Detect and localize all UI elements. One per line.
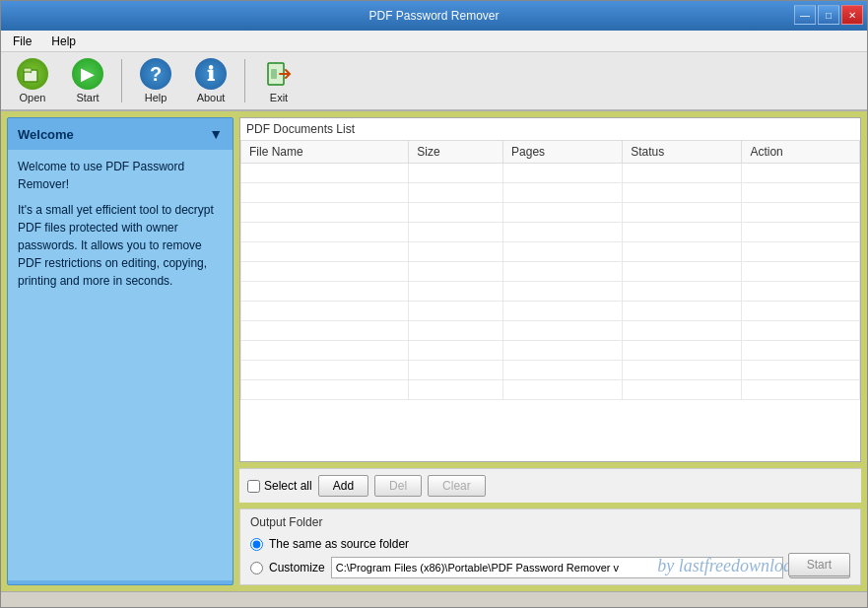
- table-row: [241, 361, 860, 380]
- welcome-collapse-button[interactable]: ▼: [209, 126, 223, 142]
- status-bar: [1, 591, 867, 608]
- table-row: [241, 380, 860, 400]
- table-row: [241, 164, 860, 183]
- output-section: Output Folder The same as source folder …: [239, 508, 861, 585]
- same-folder-radio[interactable]: [250, 538, 263, 551]
- same-folder-row: The same as source folder: [250, 537, 850, 551]
- menu-help[interactable]: Help: [43, 33, 84, 50]
- list-controls: Select all Add Del Clear: [239, 468, 861, 503]
- right-panel: PDF Documents List File Name Size Pages …: [239, 117, 861, 585]
- maximize-button[interactable]: □: [818, 5, 839, 25]
- minimize-button[interactable]: —: [794, 5, 816, 25]
- del-button[interactable]: Del: [374, 475, 422, 497]
- table-row: [241, 203, 860, 223]
- clear-button[interactable]: Clear: [428, 475, 486, 497]
- table-row: [241, 183, 860, 203]
- doc-list-section: PDF Documents List File Name Size Pages …: [239, 117, 861, 462]
- welcome-body: Welcome to use PDF Password Remover! It'…: [8, 150, 233, 580]
- table-row: [241, 282, 860, 302]
- start-main-button[interactable]: Start: [788, 553, 850, 576]
- about-label: About: [197, 92, 226, 103]
- welcome-text-1: Welcome to use PDF Password Remover!: [18, 158, 223, 193]
- start-button[interactable]: ▶ Start: [64, 54, 111, 107]
- about-button[interactable]: ℹ About: [187, 54, 234, 107]
- doc-table: File Name Size Pages Status Action: [240, 140, 860, 400]
- welcome-header: Welcome ▼: [8, 118, 233, 150]
- exit-icon: [263, 58, 295, 90]
- customize-label[interactable]: Customize: [269, 561, 325, 574]
- help-label: Help: [145, 92, 167, 103]
- open-button[interactable]: Open: [9, 54, 56, 107]
- col-status: Status: [623, 141, 742, 164]
- window-controls: — □ ✕: [794, 5, 863, 25]
- help-icon: ?: [140, 58, 171, 90]
- svg-rect-1: [24, 68, 32, 72]
- table-row: [241, 302, 860, 321]
- col-action: Action: [742, 141, 860, 164]
- close-button[interactable]: ✕: [841, 5, 863, 25]
- col-pages: Pages: [503, 141, 623, 164]
- welcome-title: Welcome: [18, 127, 74, 142]
- main-content: Welcome ▼ Welcome to use PDF Password Re…: [1, 111, 867, 591]
- output-title: Output Folder: [250, 515, 850, 529]
- col-filename: File Name: [241, 141, 409, 164]
- table-row: [241, 321, 860, 341]
- same-folder-label[interactable]: The same as source folder: [269, 537, 409, 551]
- welcome-text-2: It's a small yet efficient tool to decry…: [18, 201, 223, 290]
- menu-file[interactable]: File: [5, 33, 39, 50]
- table-row: [241, 341, 860, 361]
- table-row: [241, 262, 860, 282]
- start-label: Start: [76, 92, 99, 103]
- open-icon: [17, 58, 48, 90]
- table-row: [241, 242, 860, 262]
- exit-button[interactable]: Exit: [255, 54, 302, 107]
- doc-list-title: PDF Documents List: [240, 118, 860, 140]
- toolbar-separator-2: [244, 59, 245, 102]
- open-label: Open: [20, 92, 46, 103]
- help-button[interactable]: ? Help: [132, 54, 179, 107]
- table-row: [241, 223, 860, 242]
- customize-radio[interactable]: [250, 562, 263, 574]
- add-button[interactable]: Add: [318, 475, 368, 497]
- exit-label: Exit: [270, 92, 288, 103]
- start-icon: ▶: [72, 58, 103, 90]
- select-all-checkbox-label[interactable]: Select all: [247, 479, 312, 493]
- title-bar: PDF Password Remover — □ ✕: [1, 1, 867, 31]
- select-all-checkbox[interactable]: [247, 480, 260, 493]
- doc-table-header: File Name Size Pages Status Action: [241, 141, 860, 164]
- path-input[interactable]: [331, 557, 783, 578]
- about-icon: ℹ: [195, 58, 227, 90]
- toolbar: Open ▶ Start ? Help ℹ About Exit: [1, 52, 867, 111]
- select-all-label: Select all: [264, 479, 312, 493]
- window-title: PDF Password Remover: [368, 9, 499, 23]
- customize-row: Customize Browse: [250, 557, 850, 578]
- col-size: Size: [409, 141, 503, 164]
- doc-table-wrapper: File Name Size Pages Status Action: [240, 140, 860, 455]
- menu-bar: File Help: [1, 31, 867, 52]
- svg-rect-3: [271, 69, 277, 79]
- welcome-panel: Welcome ▼ Welcome to use PDF Password Re…: [7, 117, 234, 585]
- toolbar-separator-1: [121, 59, 122, 102]
